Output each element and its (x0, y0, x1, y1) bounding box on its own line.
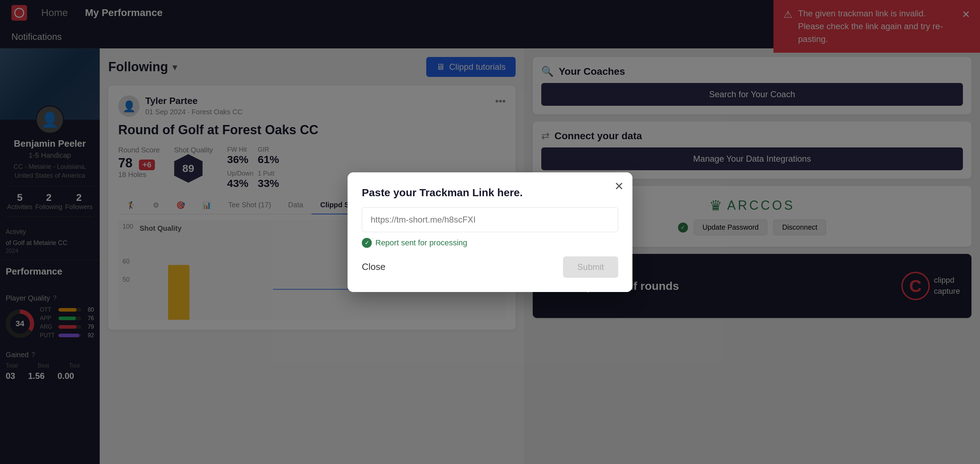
modal-success-message: ✓ Report sent for processing (362, 238, 618, 248)
trackman-link-input[interactable] (362, 207, 618, 232)
trackman-modal: Paste your Trackman Link here. ✕ ✓ Repor… (348, 172, 632, 292)
modal-close-x-button[interactable]: ✕ (614, 180, 624, 193)
success-text: Report sent for processing (375, 238, 467, 248)
modal-close-button[interactable]: Close (362, 261, 385, 272)
modal-title: Paste your Trackman Link here. (362, 187, 618, 199)
success-check-icon: ✓ (362, 238, 372, 248)
modal-actions: Close Submit (362, 256, 618, 278)
modal-overlay: Paste your Trackman Link here. ✕ ✓ Repor… (0, 0, 980, 464)
modal-submit-button[interactable]: Submit (563, 256, 618, 278)
